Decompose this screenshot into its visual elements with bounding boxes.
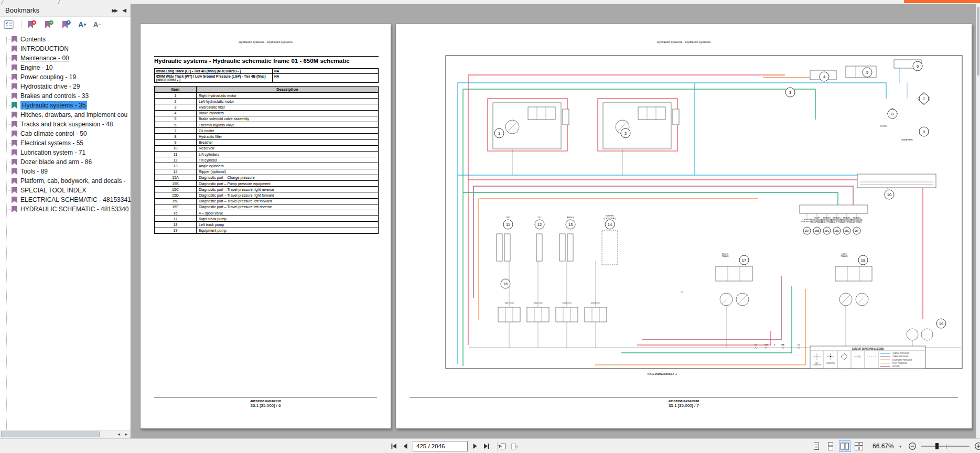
- vertical-scrollbar[interactable]: [976, 4, 980, 438]
- previous-view-button[interactable]: [498, 443, 507, 450]
- model-table: 650M Long Track (LT) - Tier 4B (final) […: [154, 68, 379, 83]
- increase-text-size-icon[interactable]: A+: [78, 20, 86, 29]
- zoom-slider[interactable]: [921, 446, 970, 447]
- bookmark-item[interactable]: Cab climate control - 50: [0, 129, 131, 138]
- scrollbar-thumb[interactable]: [977, 7, 979, 76]
- tree-stub: [6, 87, 10, 87]
- zoom-out-button[interactable]: [908, 442, 917, 450]
- svg-text:11: 11: [506, 222, 510, 227]
- bookmark-label: Electrical systems - 55: [20, 139, 83, 147]
- footer-page-number: 35.1 [35.000] / 7: [396, 403, 972, 408]
- item-table-row: 15CDiagnostic port – Travel pressure rig…: [155, 187, 379, 192]
- scrollbar-thumb[interactable]: [1, 432, 100, 437]
- delete-bookmark-icon[interactable]: [26, 20, 37, 29]
- bookmark-flag-icon: [12, 197, 17, 203]
- svg-text:14: 14: [608, 222, 612, 227]
- svg-text:15B: 15B: [815, 230, 820, 232]
- bookmarks-horizontal-scrollbar[interactable]: ◂ ▸: [0, 430, 131, 438]
- top-accent-bar: [904, 0, 980, 3]
- first-page-button[interactable]: [390, 443, 398, 450]
- bookmark-flag-icon: [12, 55, 17, 62]
- svg-text:ANGLE: ANGLE: [567, 216, 574, 219]
- bookmark-item[interactable]: INTRODUCTION: [0, 44, 131, 53]
- svg-text:7: 7: [923, 96, 925, 101]
- next-page-button[interactable]: [471, 443, 479, 450]
- bookmark-flag-icon: [12, 159, 17, 166]
- last-page-button[interactable]: [482, 443, 490, 450]
- bookmark-flag-icon: [12, 187, 17, 194]
- bookmark-options-icon[interactable]: [4, 20, 14, 29]
- bookmark-item[interactable]: Platform, cab, bodywork, and decals -: [0, 176, 131, 186]
- bookmark-flag-icon: [12, 83, 17, 90]
- bookmark-item[interactable]: Lubrication system - 71: [0, 148, 131, 157]
- svg-text:S: S: [774, 343, 776, 346]
- bookmark-item[interactable]: Engine - 10: [0, 63, 131, 72]
- bookmark-item[interactable]: Maintenance - 00: [0, 53, 131, 63]
- item-table-row: 18Left track pump: [155, 222, 379, 228]
- zoom-level-value[interactable]: 66.67%: [873, 443, 894, 450]
- item-table-row: 6Thermal bypass valve: [155, 122, 379, 128]
- bookmark-item[interactable]: Brakes and controls - 33: [0, 91, 131, 101]
- two-page-view-icon[interactable]: [839, 440, 850, 452]
- item-table-row: 15EDiagnostic port – Travel pressure lef…: [155, 198, 379, 204]
- svg-text:5: 5: [866, 70, 868, 75]
- bookmark-history-icon[interactable]: [61, 20, 71, 29]
- schematic-components: [469, 60, 961, 349]
- circuit-diagram-legend: CIRCUIT DIAGRAM LEGEND NOTCONNECTEDCONNE…: [810, 346, 925, 369]
- decrease-text-size-icon[interactable]: A−: [93, 20, 101, 29]
- bookmark-item[interactable]: Tracks and track suspension - 48: [0, 120, 131, 129]
- bookmark-item[interactable]: HYDRAULIC SCHEMATIC - 48153340: [0, 204, 131, 214]
- item-table-row: 10Reservoir: [155, 145, 379, 151]
- zoom-slider-handle[interactable]: [935, 443, 939, 449]
- description-column-header: Description: [197, 87, 379, 93]
- svg-text:3: 3: [789, 90, 791, 95]
- bookmark-item[interactable]: Hitches, drawbars, and implement cou: [0, 110, 131, 120]
- zoom-dropdown-icon[interactable]: ▼: [899, 445, 902, 448]
- bookmark-item[interactable]: Hydraulic systems - 35: [0, 101, 131, 110]
- svg-text:LEFTTRACK: LEFTTRACK: [841, 253, 848, 257]
- bookmark-item[interactable]: ELECTRICAL SCHEMATIC - 48153341: [0, 195, 131, 204]
- svg-text:9: 9: [923, 130, 925, 134]
- svg-text:18: 18: [861, 258, 865, 263]
- bookmark-label: Brakes and controls - 33: [20, 92, 89, 100]
- bookmark-item[interactable]: Electrical systems - 55: [0, 138, 131, 148]
- zoom-slider-tick: [946, 444, 946, 449]
- bookmark-item[interactable]: Dozer blade and arm - 86: [0, 157, 131, 167]
- tree-stub: [6, 162, 10, 163]
- item-table-row: 4Brake cylinders: [155, 110, 379, 116]
- tab-edge-tick: [58, 0, 60, 5]
- tree-stub: [6, 171, 10, 172]
- previous-page-button[interactable]: [402, 443, 409, 450]
- svg-text:16: 16: [503, 282, 508, 286]
- new-bookmark-icon[interactable]: [44, 20, 54, 29]
- zoom-in-button[interactable]: [974, 442, 980, 450]
- svg-text:100 L/min: 100 L/min: [504, 301, 514, 304]
- bookmark-flag-icon: [12, 131, 17, 137]
- bookmark-label: SPECIAL TOOL INDEX: [20, 187, 86, 194]
- bookmarks-panel-title: Bookmarks: [5, 4, 39, 17]
- two-page-scroll-view-icon[interactable]: [853, 440, 865, 452]
- footer-page-number: 35.1 [35.000] / 6: [141, 403, 391, 408]
- collapse-panel-icon[interactable]: ◀: [122, 4, 126, 17]
- bookmark-label: Contents: [20, 36, 46, 43]
- bookmark-item[interactable]: Power coupling - 19: [0, 72, 131, 82]
- item-table-row: 1Right hydrostatic motor: [155, 93, 379, 99]
- bookmark-item[interactable]: Contents: [0, 35, 131, 44]
- item-column-header: Item: [155, 87, 197, 93]
- expand-panel-icon[interactable]: ▶▶: [112, 4, 117, 17]
- window-top-strip: [0, 0, 980, 4]
- schematic-item-balloons: 123456789101112131415A15B15C15D15E15F161…: [494, 61, 946, 328]
- continuous-scroll-view-icon[interactable]: [825, 440, 836, 452]
- item-table-row: 2Left hydrostatic motor: [155, 99, 379, 104]
- scroll-left-icon[interactable]: ◂: [117, 430, 120, 438]
- svg-text:4: 4: [823, 74, 825, 79]
- bookmark-item[interactable]: Tools - 89: [0, 167, 131, 176]
- scroll-right-icon[interactable]: ▸: [125, 430, 127, 438]
- bookmark-item[interactable]: Hydrostatic drive - 29: [0, 82, 131, 91]
- next-view-button[interactable]: [510, 443, 519, 450]
- legend-title: CIRCUIT DIAGRAM LEGEND: [852, 348, 885, 350]
- svg-text:15C: 15C: [825, 230, 830, 232]
- viewer-toolbar: ▼ 66.67% ▼: [0, 438, 980, 453]
- bookmark-item[interactable]: SPECIAL TOOL INDEX: [0, 186, 131, 195]
- single-page-view-icon[interactable]: [811, 440, 822, 452]
